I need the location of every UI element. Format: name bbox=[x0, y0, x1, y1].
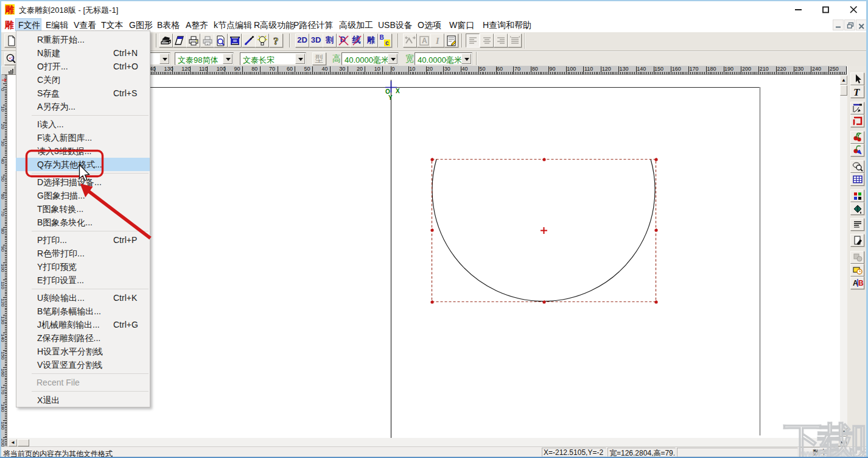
svg-text:?: ? bbox=[273, 35, 279, 47]
svg-text:A: A bbox=[422, 37, 427, 45]
svg-text:X: X bbox=[396, 88, 400, 94]
svg-text:B: B bbox=[858, 279, 864, 287]
svg-text:Y: Y bbox=[388, 94, 393, 101]
svg-text:T: T bbox=[853, 86, 860, 97]
svg-text:I: I bbox=[435, 37, 439, 46]
